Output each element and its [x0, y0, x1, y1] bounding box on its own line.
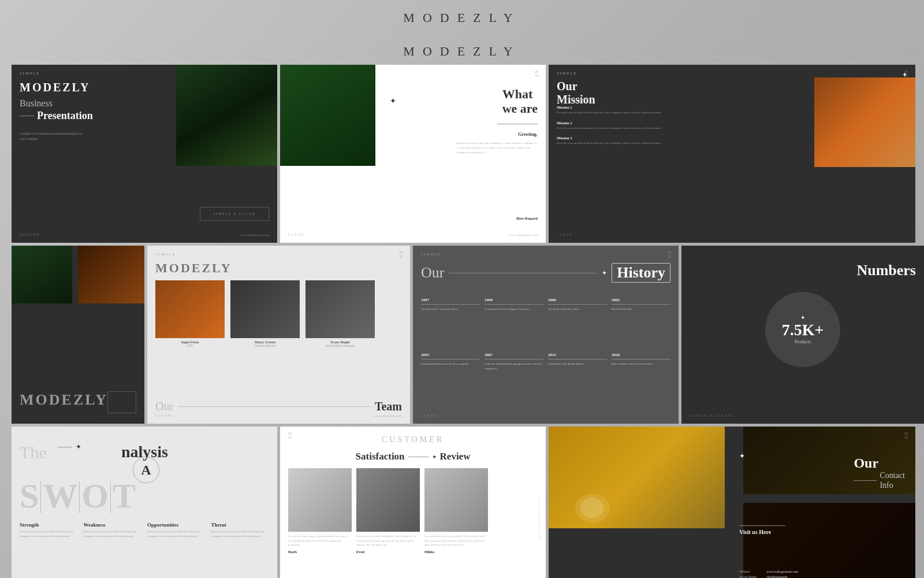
stat-circle: ✦ 7.5K+ Products: [765, 292, 840, 367]
mission-item-1: Mission 1 Describe your mission in detai…: [557, 105, 718, 115]
footer-label: SIMPLE & CLEAN: [690, 414, 732, 417]
footer-label: CLEAN: [557, 233, 573, 236]
review-photo-2: [356, 468, 420, 532]
slide-contact: 2022 Our ContactInfo ✦ Visit us Here Web…: [549, 427, 915, 578]
mission-divider: [557, 99, 588, 100]
timeline-2005: 2005 Gained achievement as the best comp…: [421, 353, 480, 370]
swot-opportunities: Opportunities Describe your mission in d…: [147, 522, 206, 538]
slide-label: SIMPLE: [155, 252, 176, 256]
contact-label-social: Social Media:: [739, 575, 763, 578]
swot-threat: Threat Describe your mission in detail a…: [211, 522, 270, 538]
stat-number: 7.5K+: [782, 321, 824, 339]
contact-value-social: @reallygreatsite: [766, 575, 787, 578]
reviewer-name-3: Hilda: [424, 550, 488, 554]
slide-image: [280, 65, 375, 166]
year-badge: 2022: [904, 432, 908, 439]
the-word: The: [20, 443, 47, 462]
slide-brand-dark: MODEZLY: [12, 246, 144, 424]
satisfaction-row: Satisfaction ✦ Review: [288, 451, 538, 462]
review-text-3: I am satisfied with every product Gloris…: [424, 534, 488, 547]
swot-letters: S W O T: [20, 479, 136, 513]
team-photo-2: [230, 280, 300, 338]
contact-info-label: ContactInfo: [880, 471, 905, 491]
year-badge: 2022: [399, 251, 403, 258]
review-word: Review: [440, 451, 471, 462]
slide-label: SIMPLE: [20, 71, 40, 75]
slide-business-presentation: SIMPLE 2022 MODEZLY Business Presentatio…: [12, 65, 277, 243]
reviews-list: It's my first time using a digital produ…: [288, 468, 488, 554]
slide-business: Business: [20, 98, 53, 109]
row-2: MODEZLY SIMPLE 2022 MODEZLY Angel Fritzy…: [12, 246, 912, 424]
history-title: Our ✦ History: [421, 263, 670, 283]
side-url: www.reallygreatsite.com: [538, 498, 541, 540]
contact-value-website: www.reallygreatsite.com: [766, 570, 798, 573]
footer-label: CLEAN: [421, 414, 437, 417]
slide-customer: 2022 CUSTOMER Satisfaction ✦ Review It's…: [280, 427, 546, 578]
member-role-3: Social Media Manager: [305, 344, 375, 347]
main-title: MODEZLY: [403, 44, 520, 59]
timeline-row-1: 1997 Founded with 5 major products. 1999…: [421, 298, 670, 312]
slide-label: SIMPLE: [557, 71, 577, 75]
divider-line: [497, 124, 538, 124]
body-text: Explain in a brief what your company is,…: [457, 141, 538, 155]
greeting: Greeting.: [518, 131, 538, 137]
year-badge: 2022: [668, 251, 671, 258]
brand-name: MODEZLY: [20, 392, 108, 407]
our-team-label: Our Team: [155, 400, 402, 413]
review-photo-1: [288, 468, 352, 532]
slide-what-we-are: SIMPLE 2022 ✦ Whatwe are Greeting. Expla…: [280, 65, 546, 243]
team-members: Angel Fritzy CEO Henry Groom Creative Di…: [155, 280, 375, 347]
member-role-1: CEO: [155, 344, 225, 347]
footer-url: www.reallygreatsite.com: [509, 234, 538, 236]
timeline-row-2: 2005 Gained achievement as the best comp…: [421, 353, 670, 370]
team-member-3: Frans Dingle Social Media Manager: [305, 280, 375, 347]
stat-label: Products: [795, 339, 811, 344]
footer-label: CLEAN: [288, 233, 304, 236]
swot-grid: Strength Describe your mission in detail…: [20, 522, 269, 538]
contact-bg-coffee: [549, 427, 725, 528]
row-1: SIMPLE 2022 MODEZLY Business Presentatio…: [12, 65, 912, 243]
reviewer-name-1: Barb: [288, 550, 352, 554]
customer-label: CUSTOMER: [280, 435, 546, 444]
star-icon: ✦: [432, 454, 437, 460]
swot-strength: Strength Describe your mission in detail…: [20, 522, 78, 538]
analysis-row: ✦ A: [58, 443, 81, 451]
brand-name: MODEZLY: [155, 261, 232, 276]
slide-image: [176, 65, 277, 166]
decorative-border: [107, 391, 136, 413]
timeline-2015: 2015 Expanded to the global market: [548, 353, 607, 370]
star-icon: ✦: [390, 97, 396, 106]
slide-history: SIMPLE 2022 Our ✦ History 1997 Founded w…: [413, 246, 679, 424]
member-role-2: Creative Director: [230, 344, 300, 347]
contact-website: Website: www.reallygreatsite.com: [739, 570, 816, 573]
footer-url: www.reallygreatsite.com: [373, 414, 402, 417]
slide-label: SIMPLE: [421, 252, 441, 256]
timeline-2002: 2002 Reached 5M sales: [612, 298, 670, 312]
divider-line: [408, 457, 429, 457]
row-3: The ✦ A nalysis S W O T Strength Describ…: [12, 427, 912, 578]
visit-divider: [739, 525, 785, 526]
review-2: I always have trouble finding the best d…: [356, 468, 420, 554]
contact-label-website: Website:: [739, 570, 763, 573]
slides-wrapper: SIMPLE 2022 MODEZLY Business Presentatio…: [12, 65, 912, 578]
main-title: MODEZLY: [403, 10, 520, 25]
mission-item-2: Mission 2 Describe your mission in detai…: [557, 121, 718, 131]
timeline-1999: 1999 Cooperated with the biggest financi…: [485, 298, 543, 312]
team-member-1: Angel Fritzy CEO: [155, 280, 225, 347]
footer-label: CLEAN: [155, 414, 172, 417]
reviewer-name-2: Fred: [356, 550, 420, 554]
our-word: Our: [854, 455, 905, 471]
star-icon: ✦: [739, 452, 745, 461]
what-we-text: Whatwe are: [502, 87, 538, 116]
slide-our-mission: SIMPLE 2022 ✦ OurMission Mission 1 Descr…: [549, 65, 915, 243]
timeline-1997: 1997 Founded with 5 major products.: [421, 298, 480, 312]
footer-url: www.reallygreatsite.com: [240, 234, 269, 236]
swot-weakness: Weakness Describe your mission in detail…: [84, 522, 142, 538]
contact-details: Website: www.reallygreatsite.com Social …: [739, 570, 816, 578]
contact-title: Our ContactInfo: [854, 455, 905, 491]
satisfaction-word: Satisfaction: [356, 451, 405, 462]
review-photo-3: [424, 468, 488, 532]
team-member-2: Henry Groom Creative Director: [230, 280, 300, 347]
review-text-1: It's my first time using a digital produ…: [288, 534, 352, 547]
mission-item-3: Mission 3 Describe your mission in detai…: [557, 136, 718, 146]
